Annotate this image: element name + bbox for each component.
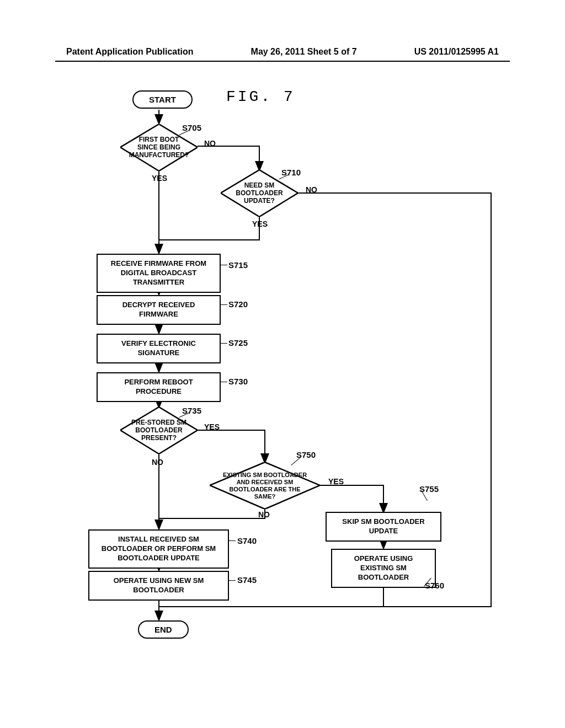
s725-text: VERIFY ELECTRONIC SIGNATURE [121,339,196,357]
header-center: May 26, 2011 Sheet 5 of 7 [251,47,357,57]
s705-text: FIRST BOOT SINCE BEING MANUFACTURED? [128,136,190,159]
s720-id: S720 [228,299,248,309]
s760-text: OPERATE USING EXISTING SM BOOTLOADER [354,554,413,581]
s745-text: OPERATE USING NEW SM BOOTLOADER [114,576,204,594]
s705-id: S705 [182,123,201,132]
process-s745: OPERATE USING NEW SM BOOTLOADER [88,571,229,601]
terminal-end: END [138,620,189,639]
s750-no: NO [258,510,270,519]
s720-text: DECRYPT RECEIVED FIRMWARE [122,301,195,318]
header-left: Patent Application Publication [66,47,194,57]
s740-lead [228,540,236,541]
end-text: END [154,625,172,634]
page-header: Patent Application Publication May 26, 2… [0,47,565,57]
terminal-start: START [132,90,193,109]
process-s760: OPERATE USING EXISTING SM BOOTLOADER [331,549,436,588]
s705-yes: YES [152,174,167,183]
process-s725: VERIFY ELECTRONIC SIGNATURE [97,334,221,363]
flowchart: START FIRST BOOT SINCE BEING MANUFACTURE… [77,88,502,684]
s710-yes: YES [252,220,268,228]
process-s720: DECRYPT RECEIVED FIRMWARE [97,295,221,325]
s755-text: SKIP SM BOOTLOADER UPDATE [342,517,424,535]
s720-lead [220,304,227,305]
start-text: START [149,95,176,104]
s730-text: PERFORM REBOOT PROCEDURE [124,378,193,395]
s740-id: S740 [237,536,257,545]
s715-id: S715 [228,260,248,270]
s725-id: S725 [228,338,248,347]
process-s715: RECEIVE FIRMWARE FROM DIGITAL BROADCAST … [97,254,221,293]
s710-text: NEED SM BOOTLOADER UPDATE? [228,181,290,205]
s740-text: INSTALL RECEIVED SM BOOTLOADER OR PERFOR… [102,535,216,562]
s730-id: S730 [228,377,248,386]
s735-text: PRE-STORED SM BOOTLOADER PRESENT? [128,419,190,442]
s710-no: NO [306,185,317,194]
process-s740: INSTALL RECEIVED SM BOOTLOADER OR PERFOR… [88,529,229,569]
header-rule [55,61,510,62]
decision-s750: EXISTING SM BOOTLOADER AND RECEIVED SM B… [210,462,320,509]
process-s730: PERFORM REBOOT PROCEDURE [97,372,221,402]
process-s755: SKIP SM BOOTLOADER UPDATE [326,512,441,542]
s715-text: RECEIVE FIRMWARE FROM DIGITAL BROADCAST … [111,259,206,286]
s745-id: S745 [237,575,257,585]
s730-lead [220,382,227,382]
header-right: US 2011/0125995 A1 [414,47,499,57]
s705-no: NO [204,139,216,148]
s750-yes: YES [328,477,344,486]
s715-lead [220,265,227,265]
s735-yes: YES [204,422,220,431]
s735-no: NO [152,458,163,467]
s745-lead [228,580,236,581]
s725-lead [220,343,227,344]
s750-text: EXISTING SM BOOTLOADER AND RECEIVED SM B… [221,471,309,500]
